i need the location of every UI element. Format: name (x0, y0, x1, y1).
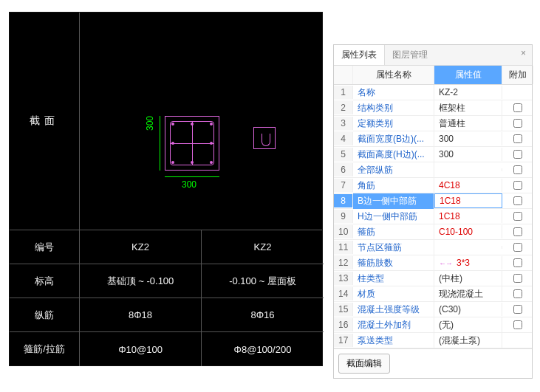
prop-row-index: 4 (334, 132, 353, 145)
hdr-index (334, 66, 353, 84)
cad-row-value: Φ10@100 (80, 332, 202, 366)
prop-row[interactable]: 4截面宽度(B边)(...300 (334, 131, 532, 147)
column-section[interactable] (165, 116, 219, 171)
prop-row-name: 名称 (353, 85, 434, 100)
prop-row[interactable]: 12箍筋肢数←→3*3 (334, 255, 532, 271)
cad-row-label: 箍筋/拉筋 (10, 332, 80, 366)
prop-row-value[interactable]: 框架柱 (434, 100, 502, 116)
extra-checkbox[interactable] (513, 134, 522, 143)
prop-row-index: 7 (334, 179, 353, 192)
extra-checkbox[interactable] (513, 243, 522, 252)
prop-row-index: 11 (334, 241, 353, 254)
prop-row-value[interactable]: (混凝土泵) (434, 333, 502, 348)
extra-checkbox[interactable] (513, 289, 522, 298)
prop-row[interactable]: 9H边一侧中部筋1C18 (334, 209, 532, 224)
cad-legend-table: 编号KZ2KZ2标高基础顶 ~ -0.100-0.100 ~ 屋面板纵筋8Φ18… (10, 230, 322, 366)
prop-row-index: 1 (334, 86, 353, 99)
prop-row-value[interactable]: 现浇混凝土 (434, 286, 502, 302)
prop-row-index: 12 (334, 256, 353, 269)
prop-row[interactable]: 6全部纵筋 (334, 162, 532, 178)
prop-row[interactable]: 17泵送类型(混凝土泵) (334, 333, 532, 348)
prop-row[interactable]: 13柱类型(中柱) (334, 271, 532, 286)
prop-row-value[interactable]: ←→3*3 (434, 256, 502, 269)
extra-checkbox[interactable] (513, 212, 522, 221)
section-row-label: 截面 (10, 13, 80, 230)
prop-row-extra (502, 148, 532, 160)
extra-checkbox[interactable] (513, 305, 522, 314)
prop-row-name: 箍筋肢数 (353, 255, 434, 271)
edit-section-button[interactable]: 截面编辑 (338, 354, 390, 374)
prop-row-value[interactable]: 1C18 (434, 193, 502, 208)
prop-row[interactable]: 2结构类别框架柱 (334, 100, 532, 116)
hdr-value[interactable]: 属性值 (434, 66, 502, 84)
prop-row-value[interactable]: 300 (434, 132, 502, 145)
cad-row-label: 标高 (10, 264, 80, 298)
extra-checkbox[interactable] (513, 274, 522, 283)
prop-row-extra (502, 257, 532, 269)
prop-row[interactable]: 16混凝土外加剂(无) (334, 317, 532, 333)
prop-row-name: 混凝土强度等级 (353, 302, 434, 317)
prop-row-extra (502, 179, 532, 191)
prop-row-extra (502, 303, 532, 315)
prop-row-index: 10 (334, 225, 353, 238)
tab-properties[interactable]: 属性列表 (334, 45, 385, 65)
prop-row-value[interactable]: 300 (434, 148, 502, 161)
cad-row-label: 编号 (10, 230, 80, 264)
prop-row[interactable]: 14材质现浇混凝土 (334, 286, 532, 302)
tab-layers[interactable]: 图层管理 (385, 45, 435, 65)
extra-checkbox[interactable] (513, 258, 522, 267)
prop-row-value[interactable]: C10-100 (434, 225, 502, 238)
cad-row-value: KZ2 (202, 230, 324, 264)
prop-row-index: 5 (334, 148, 353, 161)
section-symbol-icon[interactable] (253, 127, 276, 149)
prop-row-extra (502, 241, 532, 253)
prop-row-name: 结构类别 (353, 100, 434, 116)
prop-row[interactable]: 3定额类别普通柱 (334, 116, 532, 131)
prop-row-value[interactable] (434, 246, 502, 249)
prop-row-index: 16 (334, 318, 353, 331)
extra-checkbox[interactable] (513, 119, 522, 128)
prop-row-name: 全部纵筋 (353, 162, 434, 178)
prop-row-value[interactable]: 1C18 (434, 210, 502, 223)
prop-row-value[interactable]: (无) (434, 317, 502, 333)
prop-row-value[interactable]: 普通柱 (434, 116, 502, 131)
extra-checkbox[interactable] (513, 181, 522, 190)
cad-row-value: 8Φ16 (202, 298, 324, 332)
close-icon[interactable]: × (515, 45, 532, 65)
rebar-icon (210, 123, 213, 125)
prop-row-value[interactable]: KZ-2 (434, 86, 502, 99)
extra-checkbox[interactable] (513, 150, 522, 159)
rebar-icon (171, 161, 174, 164)
extra-checkbox[interactable] (513, 320, 522, 329)
drawing-canvas[interactable]: 300 300 (80, 13, 322, 230)
prop-row[interactable]: 1名称KZ-2 (334, 85, 532, 100)
extra-checkbox[interactable] (513, 196, 522, 205)
prop-row[interactable]: 10箍筋C10-100 (334, 224, 532, 240)
prop-row-extra (502, 319, 532, 331)
prop-row-value[interactable]: 4C18 (434, 179, 502, 192)
extra-checkbox[interactable] (513, 227, 522, 236)
cad-row-value: KZ2 (80, 230, 202, 264)
tie-vertical (192, 121, 193, 165)
prop-row-value[interactable]: (中柱) (434, 271, 502, 286)
extra-checkbox[interactable] (513, 103, 522, 112)
hdr-name: 属性名称 (353, 66, 434, 84)
prop-row[interactable]: 11节点区箍筋 (334, 240, 532, 255)
prop-row-extra (502, 339, 532, 342)
prop-row[interactable]: 8B边一侧中部筋1C18 (334, 193, 532, 209)
cad-drawing-area: 截面 300 300 (10, 13, 322, 230)
prop-row-extra (502, 272, 532, 284)
rebar-icon (191, 161, 194, 164)
rebar-icon (210, 142, 213, 145)
prop-row-name: 材质 (353, 286, 434, 302)
prop-row-index: 17 (334, 334, 353, 347)
prop-row-index: 14 (334, 287, 353, 300)
prop-row-value[interactable]: (C30) (434, 303, 502, 316)
prop-row-name: H边一侧中部筋 (353, 209, 434, 224)
prop-row-value[interactable] (434, 168, 502, 171)
extra-checkbox[interactable] (513, 165, 522, 174)
prop-row[interactable]: 7角筋4C18 (334, 178, 532, 193)
prop-row[interactable]: 5截面高度(H边)(...300 (334, 147, 532, 162)
prop-row-name: 节点区箍筋 (353, 240, 434, 255)
prop-row[interactable]: 15混凝土强度等级(C30) (334, 302, 532, 317)
